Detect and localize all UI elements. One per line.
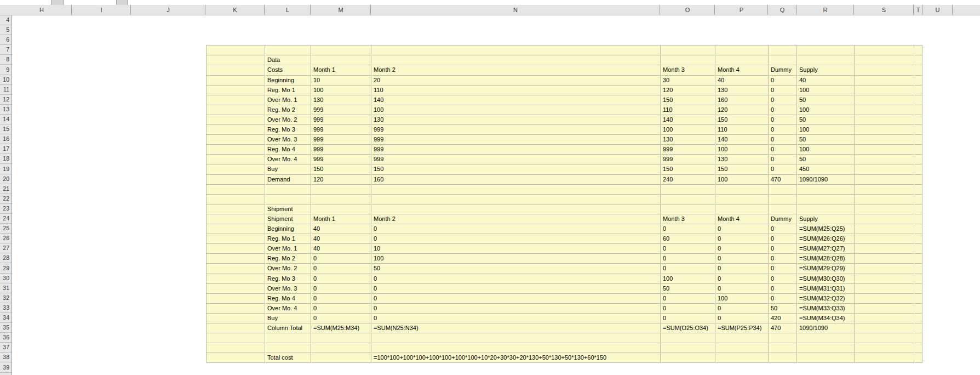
cell-K26[interactable] xyxy=(207,234,265,244)
cell-M23[interactable] xyxy=(312,204,371,214)
cell-R27[interactable]: =SUM(M27:Q27) xyxy=(798,244,855,254)
cell-L23[interactable]: Shipment xyxy=(266,204,311,214)
cell-T18[interactable] xyxy=(915,155,922,164)
cell-M14[interactable]: 999 xyxy=(312,115,371,125)
cell-R15[interactable]: 100 xyxy=(798,125,855,135)
cell-Q27[interactable]: 0 xyxy=(769,244,797,254)
cell-O16[interactable]: 130 xyxy=(661,135,715,145)
row-header-30[interactable]: 30 xyxy=(0,274,12,283)
cell-N16[interactable]: 999 xyxy=(372,135,661,145)
cell-T27[interactable] xyxy=(915,244,922,254)
cell-T26[interactable] xyxy=(915,234,922,244)
cell-Q23[interactable] xyxy=(769,204,797,214)
cell-L16[interactable]: Over Mo. 3 xyxy=(266,135,311,145)
cell-O13[interactable]: 110 xyxy=(661,105,715,115)
cell-S35[interactable] xyxy=(855,323,914,333)
cell-N8[interactable] xyxy=(372,55,661,65)
cell-L38[interactable]: Total cost xyxy=(266,353,311,363)
cell-Q14[interactable]: 0 xyxy=(769,115,797,125)
column-header-I[interactable]: I xyxy=(72,5,131,15)
cell-S30[interactable] xyxy=(855,274,914,284)
cell-M9[interactable]: Month 1 xyxy=(312,65,371,75)
row-header-20[interactable]: 20 xyxy=(0,174,12,184)
cell-S18[interactable] xyxy=(855,155,914,164)
cell-T20[interactable] xyxy=(915,175,922,185)
cell-M21[interactable] xyxy=(312,185,371,195)
cell-T28[interactable] xyxy=(915,254,922,264)
cell-N30[interactable]: 0 xyxy=(372,274,661,284)
cell-S37[interactable] xyxy=(855,343,914,353)
cell-R25[interactable]: =SUM(M25:Q25) xyxy=(798,224,855,234)
cell-L21[interactable] xyxy=(266,185,311,195)
column-header-O[interactable]: O xyxy=(661,5,715,15)
cell-L31[interactable]: Over Mo. 3 xyxy=(266,284,311,294)
cell-L11[interactable]: Reg. Mo 1 xyxy=(266,86,311,95)
cell-T30[interactable] xyxy=(915,274,922,284)
cell-T13[interactable] xyxy=(915,105,922,115)
cell-Q7[interactable] xyxy=(769,46,797,55)
cell-O33[interactable]: 0 xyxy=(661,304,715,314)
row-header-32[interactable]: 32 xyxy=(0,293,12,303)
cell-P13[interactable]: 120 xyxy=(716,105,769,115)
cell-M10[interactable]: 10 xyxy=(312,76,371,86)
row-header-24[interactable]: 24 xyxy=(0,214,12,224)
cell-P17[interactable]: 100 xyxy=(716,145,769,155)
cell-P7[interactable] xyxy=(716,46,769,55)
cell-L20[interactable]: Demand xyxy=(266,175,311,185)
cell-Q12[interactable]: 0 xyxy=(769,95,797,105)
cell-P20[interactable]: 100 xyxy=(716,175,769,185)
cell-O18[interactable]: 999 xyxy=(661,155,715,164)
cell-S14[interactable] xyxy=(855,115,914,125)
cell-P19[interactable]: 150 xyxy=(716,164,769,174)
cell-O34[interactable]: 0 xyxy=(661,314,715,323)
column-header-K[interactable]: K xyxy=(206,5,265,15)
row-header-33[interactable]: 33 xyxy=(0,303,12,313)
cell-P27[interactable]: 0 xyxy=(716,244,769,254)
cell-O31[interactable]: 50 xyxy=(661,284,715,294)
row-header-12[interactable]: 12 xyxy=(0,95,12,105)
cell-P26[interactable]: 0 xyxy=(716,234,769,244)
cell-Q36[interactable] xyxy=(769,333,797,343)
cell-K35[interactable] xyxy=(207,323,265,333)
cell-T14[interactable] xyxy=(915,115,922,125)
cell-N34[interactable]: 0 xyxy=(372,314,661,323)
cell-P24[interactable]: Month 4 xyxy=(716,214,769,224)
cell-Q37[interactable] xyxy=(769,343,797,353)
cell-N27[interactable]: 10 xyxy=(372,244,661,254)
cell-M18[interactable]: 999 xyxy=(312,155,371,164)
cell-L8[interactable]: Data xyxy=(266,55,311,65)
cell-P12[interactable]: 160 xyxy=(716,95,769,105)
cell-S27[interactable] xyxy=(855,244,914,254)
row-header-18[interactable]: 18 xyxy=(0,154,12,164)
row-header-6[interactable]: 6 xyxy=(0,35,12,45)
cell-R23[interactable] xyxy=(798,204,855,214)
cell-K25[interactable] xyxy=(207,224,265,234)
cell-K20[interactable] xyxy=(207,175,265,185)
cell-R18[interactable]: 50 xyxy=(798,155,855,164)
cell-L29[interactable]: Over Mo. 2 xyxy=(266,264,311,274)
cell-Q32[interactable]: 0 xyxy=(769,294,797,304)
row-header-40[interactable]: 40 xyxy=(0,373,12,375)
cell-S12[interactable] xyxy=(855,95,914,105)
cell-O27[interactable]: 0 xyxy=(661,244,715,254)
cell-S26[interactable] xyxy=(855,234,914,244)
cell-R21[interactable] xyxy=(798,185,855,195)
cell-S8[interactable] xyxy=(855,55,914,65)
cell-L26[interactable]: Reg. Mo 1 xyxy=(266,234,311,244)
cell-K34[interactable] xyxy=(207,314,265,323)
cell-K13[interactable] xyxy=(207,105,265,115)
cell-K22[interactable] xyxy=(207,195,265,204)
column-header-L[interactable]: L xyxy=(265,5,311,15)
cell-S19[interactable] xyxy=(855,164,914,174)
cell-T31[interactable] xyxy=(915,284,922,294)
cell-R10[interactable]: 40 xyxy=(798,76,855,86)
cell-M8[interactable] xyxy=(312,55,371,65)
row-header-29[interactable]: 29 xyxy=(0,264,12,274)
cell-Q17[interactable]: 0 xyxy=(769,145,797,155)
cell-T36[interactable] xyxy=(915,333,922,343)
cell-R37[interactable] xyxy=(798,343,855,353)
cell-P23[interactable] xyxy=(716,204,769,214)
cell-O20[interactable]: 240 xyxy=(661,175,715,185)
cell-Q31[interactable]: 0 xyxy=(769,284,797,294)
cell-M33[interactable]: 0 xyxy=(312,304,371,314)
